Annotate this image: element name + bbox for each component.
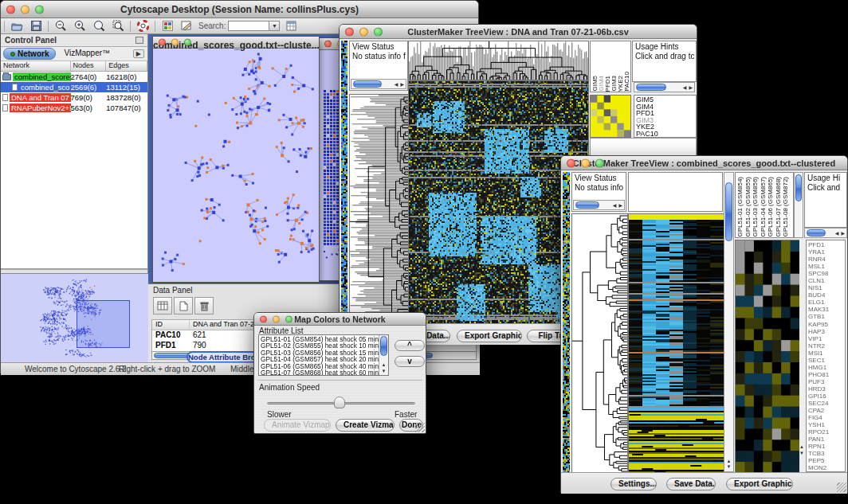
export-graphics-button[interactable]: Export Graphics...: [457, 330, 522, 342]
view-status-hscrollbar[interactable]: ◀▶: [573, 200, 625, 210]
float-panel-icon[interactable]: [135, 37, 143, 44]
gene-label[interactable]: CLN1: [808, 277, 845, 284]
save-icon[interactable]: [29, 20, 43, 33]
select-attributes-icon[interactable]: [153, 297, 172, 315]
gene-label[interactable]: PFD1: [808, 241, 845, 248]
gene-label[interactable]: KAP95: [808, 321, 845, 328]
gene-label[interactable]: YRA1: [808, 248, 845, 256]
scroll-left-icon[interactable]: ◀: [834, 230, 840, 236]
scroll-right-icon[interactable]: ▶: [399, 81, 405, 87]
column-dendrogram-area[interactable]: [628, 172, 723, 212]
resize-grip[interactable]: [837, 483, 846, 492]
zoom-in-icon[interactable]: [73, 20, 87, 33]
network-table-row[interactable]: combined_scores 2764(0) 16218(0): [1, 72, 147, 82]
network-table-row[interactable]: RNAPuberNov2+! 563(0) 107847(0): [1, 103, 147, 113]
scroll-down-icon[interactable]: ▼: [382, 369, 387, 373]
scroll-right-icon[interactable]: ▶: [688, 84, 693, 90]
zoom-button[interactable]: [374, 27, 383, 36]
column-header-network[interactable]: Network: [1, 61, 71, 71]
usage-hints-hscrollbar[interactable]: ◀▶: [804, 228, 847, 238]
animate-vizmap-button[interactable]: Animate Vizmap: [264, 419, 331, 432]
gene-label[interactable]: SEC24: [808, 400, 845, 407]
gene-label[interactable]: FIG4: [808, 414, 845, 421]
zoom-fit-icon[interactable]: [92, 20, 106, 33]
zoom-selected-icon[interactable]: [111, 20, 125, 33]
search-input[interactable]: [228, 21, 269, 31]
network-view-canvas[interactable]: [153, 49, 319, 282]
gene-label[interactable]: CPA2: [808, 407, 845, 414]
gene-label[interactable]: RPN1: [808, 443, 845, 450]
node-attribute-browser-tab[interactable]: Node Attribute Brows: [186, 351, 258, 362]
resize-grip[interactable]: [415, 423, 425, 432]
dialog-titlebar[interactable]: Map Colors to Network: [254, 313, 426, 326]
heatmap-canvas[interactable]: [628, 213, 724, 474]
scroll-up-icon[interactable]: ▲: [382, 362, 387, 367]
minimize-button[interactable]: [273, 315, 280, 322]
gene-label[interactable]: PEP5: [808, 457, 845, 464]
attribute-list-item[interactable]: GPL51-07 (GSM868) heat shock 60 min: [261, 369, 378, 376]
vizmapper-icon[interactable]: [160, 20, 175, 33]
close-button[interactable]: [324, 41, 332, 48]
move-down-button[interactable]: v: [395, 356, 425, 367]
tab-vizmapper[interactable]: VizMapper™: [57, 48, 116, 60]
minimize-button[interactable]: [359, 27, 368, 36]
attribute-list-vscrollbar[interactable]: ▲▼: [379, 335, 388, 375]
gene-label[interactable]: HAP3: [808, 328, 845, 335]
gene-label[interactable]: TCB3: [808, 450, 845, 457]
scroll-down-icon[interactable]: ▼: [799, 451, 804, 455]
minimize-button[interactable]: [21, 5, 29, 14]
gene-label[interactable]: MON2: [808, 464, 845, 471]
zoom-button[interactable]: [35, 5, 44, 14]
network-window-1-titlebar[interactable]: combined_scores_good.txt--cluste...: [153, 37, 319, 49]
zoom-button[interactable]: [285, 315, 292, 322]
gene-label[interactable]: MAK31: [808, 306, 845, 313]
zoom-out-icon[interactable]: [53, 20, 68, 33]
gene-label[interactable]: RNR4: [808, 256, 845, 263]
scroll-left-icon[interactable]: ◀: [612, 202, 618, 208]
gene-label[interactable]: ELG1: [808, 299, 845, 306]
gene-label[interactable]: YSH1: [808, 421, 845, 428]
search-dropdown-icon[interactable]: ▼: [269, 21, 280, 31]
heatmap-vscrollbar[interactable]: ▲▼: [724, 172, 734, 472]
view-status-hscrollbar[interactable]: ◀▶: [351, 79, 406, 89]
main-titlebar[interactable]: Cytoscape Desktop (Session Name: collins…: [1, 1, 478, 18]
gene-label[interactable]: SEC1: [808, 357, 845, 364]
delete-attribute-trash-icon[interactable]: [194, 297, 214, 315]
column-dendrogram-canvas[interactable]: [408, 41, 589, 80]
gene-label[interactable]: MSI1: [808, 350, 845, 357]
gene-label[interactable]: PAN1: [808, 436, 845, 443]
move-up-button[interactable]: ^: [395, 340, 425, 351]
column-header-edges[interactable]: Edges: [106, 61, 147, 71]
new-attribute-icon[interactable]: [174, 297, 193, 315]
scroll-right-icon[interactable]: ▶: [840, 230, 846, 236]
gene-label[interactable]: HMG1: [808, 364, 845, 371]
animation-speed-slider-thumb[interactable]: [334, 397, 345, 408]
column-header-nodes[interactable]: Nodes: [71, 61, 107, 71]
zoom-button[interactable]: [184, 39, 191, 46]
close-button[interactable]: [159, 39, 166, 46]
import-table-icon[interactable]: [285, 20, 299, 33]
tab-network[interactable]: Network: [3, 48, 56, 60]
scroll-up-icon[interactable]: ▲: [799, 444, 804, 449]
gene-label[interactable]: RPO21: [808, 428, 845, 436]
network-table-row[interactable]: combined_sco 2569(6) 13112(15): [1, 82, 147, 92]
save-data-button[interactable]: Save Data...: [666, 478, 716, 490]
gene-label[interactable]: SPC98: [808, 270, 845, 277]
row-dendrogram-canvas[interactable]: [349, 94, 409, 337]
gene-label[interactable]: PUF3: [808, 378, 845, 385]
minimize-button[interactable]: [171, 39, 179, 46]
zoom-heatmap-canvas[interactable]: [590, 95, 631, 138]
tab-scroll-right-icon[interactable]: ▶: [133, 49, 144, 58]
gene-label[interactable]: PHO81: [808, 371, 845, 378]
open-file-icon[interactable]: [10, 20, 24, 33]
gene-label[interactable]: NTR2: [808, 342, 845, 350]
gene-label[interactable]: GPI16: [808, 393, 845, 400]
minimize-button[interactable]: [581, 158, 590, 167]
column-label[interactable]: PAC10: [624, 72, 630, 92]
row-dendrogram-canvas[interactable]: [571, 213, 628, 474]
gene-label[interactable]: VIP1: [808, 335, 845, 342]
close-button[interactable]: [345, 27, 354, 36]
annotation-icon[interactable]: [179, 20, 194, 33]
close-button[interactable]: [567, 158, 575, 167]
help-lifering-icon[interactable]: [135, 20, 150, 33]
